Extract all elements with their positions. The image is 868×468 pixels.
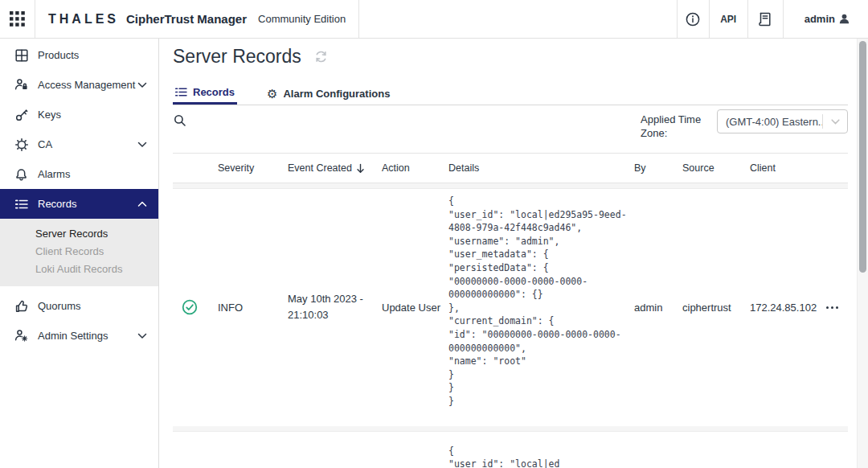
app-launcher-button[interactable] — [0, 0, 35, 38]
list-icon — [175, 87, 187, 97]
table-header-row: Severity Event Created Action Details By… — [173, 153, 848, 183]
user-lock-icon — [14, 78, 28, 92]
api-link[interactable]: API — [709, 0, 747, 38]
sidebar-subitem-server-records[interactable]: Server Records — [0, 225, 158, 243]
certificate-seal-icon — [14, 138, 28, 151]
sidebar-item-ca[interactable]: CA — [0, 129, 158, 159]
details-cell: { "user_id": "local|ed — [448, 432, 634, 468]
sidebar-item-label: Access Management — [38, 79, 135, 91]
thumbs-up-icon — [14, 299, 28, 313]
sidebar-item-products[interactable]: Products — [0, 40, 158, 70]
by-cell: admin — [634, 302, 682, 314]
thales-logo: THALES — [48, 12, 119, 27]
tab-label: Records — [193, 86, 235, 98]
source-cell: ciphertrust — [682, 302, 750, 314]
topbar-actions: API admin — [677, 0, 868, 38]
sidebar-subitem-loki-audit-records[interactable]: Loki Audit Records — [0, 261, 158, 278]
page-title: Server Records — [173, 46, 301, 68]
column-header-client[interactable]: Client — [750, 162, 825, 174]
chevron-up-icon — [137, 201, 147, 207]
sidebar-item-records[interactable]: Records — [0, 189, 158, 219]
refresh-button[interactable] — [314, 50, 328, 64]
column-header-by[interactable]: By — [634, 162, 682, 174]
bell-icon — [14, 167, 28, 181]
user-icon — [838, 13, 850, 25]
user-name: admin — [805, 13, 835, 25]
tab-bar: Records ⚙ Alarm Configurations — [173, 82, 848, 105]
filter-row: Applied Time Zone: (GMT-4:00) Eastern... — [173, 106, 848, 152]
sidebar-item-label: Records — [38, 198, 76, 210]
timezone-label: Applied Time Zone: — [641, 109, 706, 140]
table-row[interactable]: { "user_id": "local|ed — [173, 432, 848, 468]
sidebar-item-label: Quorums — [38, 300, 80, 312]
sidebar-item-access-management[interactable]: Access Management — [0, 70, 158, 100]
details-cell: { "user_id": "local|ed295a95-9eed- 4808-… — [448, 189, 634, 426]
records-submenu: Server Records Client Records Loki Audit… — [0, 219, 158, 286]
sidebar-item-label: CA — [38, 138, 52, 150]
sidebar-item-label: Admin Settings — [38, 330, 108, 342]
sidebar-item-admin-settings[interactable]: Admin Settings — [0, 321, 158, 351]
timezone-select[interactable]: (GMT-4:00) Eastern... — [717, 109, 848, 133]
top-header: THALES CipherTrust Manager Community Edi… — [0, 0, 868, 39]
book-icon — [758, 11, 772, 27]
column-header-event-created[interactable]: Event Created — [288, 162, 382, 174]
sidebar-item-label: Keys — [38, 109, 61, 121]
vertical-scrollbar[interactable] — [857, 39, 868, 468]
chevron-down-icon — [823, 119, 847, 125]
main-content: Server Records Records ⚙ — [159, 39, 868, 468]
timezone-value: (GMT-4:00) Eastern... — [718, 116, 822, 128]
row-gutter — [173, 426, 848, 432]
info-button[interactable] — [677, 0, 709, 38]
user-gear-icon — [14, 329, 28, 343]
waffle-icon — [10, 11, 25, 27]
column-header-details[interactable]: Details — [448, 162, 634, 174]
row-actions-menu-button[interactable] — [825, 302, 848, 314]
chevron-down-icon — [137, 333, 147, 339]
info-icon — [685, 11, 701, 27]
user-menu[interactable]: admin — [783, 0, 868, 38]
grid-icon — [14, 48, 28, 62]
key-icon — [14, 108, 28, 121]
column-header-severity[interactable]: Severity — [218, 162, 288, 174]
column-header-action[interactable]: Action — [382, 162, 448, 174]
search-button[interactable] — [174, 114, 186, 130]
tab-label: Alarm Configurations — [283, 88, 390, 100]
sidebar-item-quorums[interactable]: Quorums — [0, 291, 158, 321]
tab-alarm-configurations[interactable]: ⚙ Alarm Configurations — [264, 82, 392, 105]
scrollbar-thumb[interactable] — [859, 41, 866, 273]
gear-icon: ⚙ — [267, 88, 277, 100]
chevron-down-icon — [137, 82, 147, 88]
action-cell: Update User — [382, 302, 448, 314]
sidebar-item-alarms[interactable]: Alarms — [0, 159, 158, 189]
sidebar-item-label: Products — [38, 49, 79, 61]
sort-desc-icon — [356, 163, 365, 174]
row-gutter — [173, 183, 848, 189]
sidebar-item-keys[interactable]: Keys — [0, 100, 158, 129]
severity-cell: INFO — [218, 302, 288, 314]
sidebar-subitem-client-records[interactable]: Client Records — [0, 243, 158, 261]
tab-records[interactable]: Records — [173, 82, 237, 105]
records-table: Severity Event Created Action Details By… — [173, 153, 848, 468]
sidebar: Products Access Management — [0, 39, 159, 468]
check-circle-icon — [182, 299, 198, 315]
chevron-down-icon — [137, 142, 147, 148]
search-icon — [174, 114, 186, 127]
api-label: API — [720, 14, 736, 25]
table-row[interactable]: INFO May 10th 2023 - 21:10:03 Update Use… — [173, 189, 848, 426]
sidebar-item-label: Alarms — [38, 168, 70, 180]
product-name: CipherTrust Manager — [126, 12, 247, 26]
refresh-icon — [314, 50, 328, 64]
severity-status-icon-cell — [173, 299, 218, 315]
client-cell: 172.24.85.102 — [750, 302, 825, 314]
docs-button[interactable] — [747, 0, 783, 38]
list-icon — [14, 197, 28, 211]
event-created-cell: May 10th 2023 - 21:10:03 — [288, 291, 382, 323]
column-header-source[interactable]: Source — [682, 162, 750, 174]
brand-block[interactable]: THALES CipherTrust Manager Community Edi… — [35, 0, 359, 38]
edition-label: Community Edition — [258, 13, 346, 25]
